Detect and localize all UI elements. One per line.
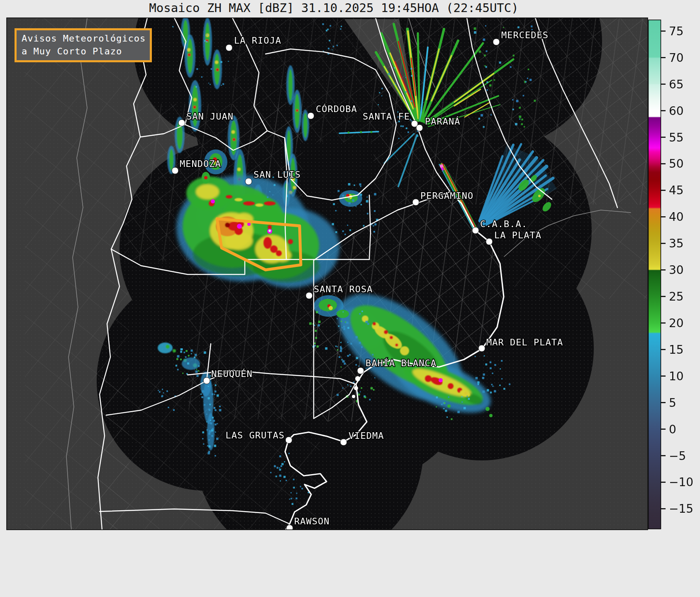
city-label: NEUQUÉN <box>211 369 253 379</box>
colorbar-tick-label: 60 <box>669 104 684 118</box>
warning-box-line2: a Muy Corto Plazo <box>22 45 146 58</box>
city-label: LAS GRUTAS <box>226 430 285 440</box>
colorbar-tick-label: 5 <box>669 396 676 410</box>
city-marker-dot <box>412 199 419 206</box>
map-area: LA RIOJAMERCEDESSAN JUANCÓRDOBASANTA FEP… <box>7 0 648 565</box>
city-label: SANTA FE <box>363 111 410 122</box>
colorbar-tick-label: 45 <box>669 184 684 197</box>
colorbar-tick-label: −15 <box>669 502 693 516</box>
colorbar-tick-label: −5 <box>669 449 686 463</box>
city-marker-dot <box>307 113 314 119</box>
city-marker-dot <box>285 437 292 443</box>
city-label: SAN JUAN <box>186 111 234 122</box>
colorbar-tick-label: 20 <box>669 316 684 330</box>
city-marker-dot <box>357 367 364 374</box>
city-marker-dot <box>178 120 185 126</box>
city-marker-dot <box>493 39 500 45</box>
footer: Servicio Meteorológico Nacional Argentin… <box>0 530 700 597</box>
city-label: RAWSON <box>294 516 329 526</box>
city-label: MENDOZA <box>180 159 221 169</box>
colorbar-ticks: 757065605550454035302520151050−5−10−15 <box>661 24 694 516</box>
colorbar-tick-label: 15 <box>669 343 684 357</box>
colorbar-tick-label: 55 <box>669 131 684 144</box>
colorbar-tick-label: 70 <box>669 51 684 65</box>
colorbar: 757065605550454035302520151050−5−10−15 <box>649 20 694 529</box>
city-marker-dot <box>416 125 423 131</box>
city-label: BAHÍA BLANCA <box>366 358 437 368</box>
city-label: LA PLATA <box>494 230 541 240</box>
city-label: PARANÁ <box>425 116 460 127</box>
city-label: MAR DEL PLATA <box>486 337 563 347</box>
city-label: C.A.B.A. <box>480 219 527 229</box>
city-label: MERCEDES <box>501 30 549 40</box>
city-marker-dot <box>486 238 493 245</box>
city-marker-dot <box>203 377 210 384</box>
warning-box: Avisos Meteorológicos a Muy Corto Plazo <box>15 28 152 62</box>
city-label: PERGAMINO <box>420 191 473 201</box>
colorbar-tick-label: −10 <box>669 475 693 489</box>
city-marker-dot <box>245 178 252 185</box>
colorbar-tick-label: 30 <box>669 263 684 277</box>
colorbar-tick-label: 35 <box>669 237 684 250</box>
colorbar-tick-label: 65 <box>669 78 684 91</box>
city-marker-dot <box>226 44 232 51</box>
city-label: SANTA ROSA <box>314 284 373 294</box>
city-marker-dot <box>306 292 312 299</box>
colorbar-tick-label: 75 <box>669 24 684 38</box>
city-marker-dot <box>472 227 479 234</box>
radar-product-page: Mosaico ZH MAX [dBZ] 31.10.2025 19:45HOA… <box>0 0 700 597</box>
city-label: VIEDMA <box>349 431 384 441</box>
radar-map: LA RIOJAMERCEDESSAN JUANCÓRDOBASANTA FEP… <box>0 0 700 597</box>
colorbar-tick-label: 0 <box>669 423 676 436</box>
city-marker-dot <box>340 439 347 445</box>
colorbar-gradient <box>649 20 661 529</box>
warning-box-line1: Avisos Meteorológicos <box>22 32 146 45</box>
colorbar-tick-label: 50 <box>669 157 684 171</box>
city-marker-dot <box>172 167 178 174</box>
city-label: CÓRDOBA <box>316 104 357 114</box>
city-label: SAN LUIS <box>254 169 301 180</box>
city-label: LA RIOJA <box>234 35 281 46</box>
colorbar-tick-label: 25 <box>669 290 684 303</box>
colorbar-tick-label: 40 <box>669 210 684 224</box>
colorbar-tick-label: 10 <box>669 369 684 383</box>
city-marker-dot <box>478 345 485 352</box>
